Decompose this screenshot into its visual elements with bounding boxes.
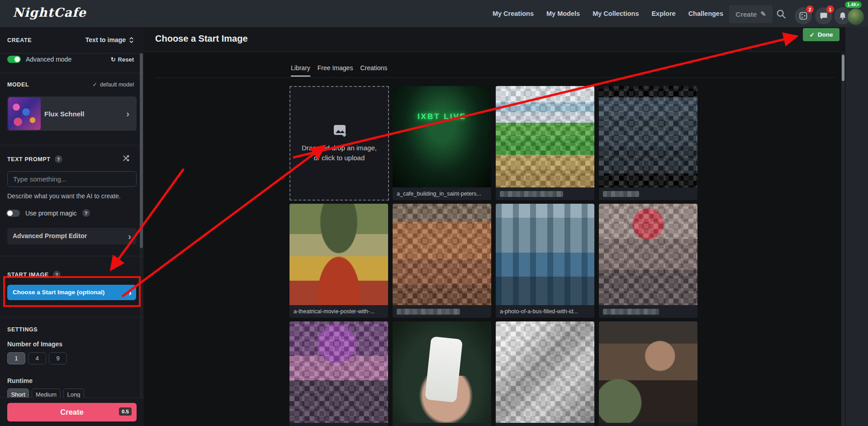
image-plus-icon [332,122,348,139]
tile-image [393,321,491,423]
nav-my-models[interactable]: My Models [546,10,580,17]
modal-title: Choose a Start Image [155,34,248,44]
tile-image [393,204,491,305]
search-icon[interactable] [776,9,786,19]
check-icon: ✓ [92,81,97,88]
tile-caption: a-photo-of-a-bus-filled-with-id... [496,305,594,318]
tile-image [599,204,697,305]
model-name: Flux Schnell [44,110,84,118]
chat-icon[interactable]: 1 [815,7,832,24]
library-tile[interactable]: MAZ5000-1-i... [496,321,594,426]
reset-icon: ↻ [111,56,116,63]
tile-caption-censored [496,187,594,200]
tile-image [599,86,697,187]
upload-text-line2: or click to upload [290,154,388,162]
runtime-label: Runtime [7,377,33,384]
annotation-highlight-box [3,276,141,307]
tile-image: IXBT LIVE [393,86,491,187]
nav-challenges[interactable]: Challenges [688,10,723,17]
settings-section-label: SETTINGS [7,326,38,333]
advanced-prompt-editor-button[interactable]: Advanced Prompt Editor › [7,228,137,244]
tile-caption: ...eating-police-photo-of... [599,423,697,426]
text-prompt-label: TEXT PROMPT [7,156,51,163]
num-images-4[interactable]: 4 [28,352,46,364]
create-button[interactable]: Create 0.5 [7,403,137,421]
right-rail: 1 ⚙ [845,27,868,426]
number-of-images-label: Number of Images [7,340,62,348]
check-icon: ✓ [809,31,814,38]
tile-caption-censored [393,305,491,318]
library-tile[interactable] [496,86,594,200]
done-button[interactable]: ✓ Done [803,28,840,41]
advanced-mode-label: Advanced mode [26,56,71,63]
divider [0,72,144,73]
model-section-label: MODEL [7,81,29,88]
scrollbar-thumb[interactable] [842,55,844,81]
advanced-mode-row: Advanced mode [7,56,71,63]
chevron-right-icon: › [126,109,129,118]
sidebar-scrollbar[interactable] [140,53,143,397]
prompt-input[interactable] [7,171,137,187]
library-tile[interactable] [599,204,697,318]
tile-caption: a-theatrical-movie-poster-with-... [289,305,388,318]
panel-title: CREATE [7,37,32,43]
tile-image [496,321,594,423]
tile-caption: ...logical-0-0... [393,423,491,426]
library-tile[interactable]: a-theatrical-movie-poster-with-... [289,204,388,318]
library-tile[interactable]: a-photo-of-a-bus-filled-with-id... [496,204,594,318]
pencil-icon: ✎ [760,10,766,18]
prompt-magic-toggle[interactable] [6,210,20,217]
modal-header: Choose a Start Image [144,27,845,52]
nav-explore[interactable]: Explore [651,10,675,17]
library-tile[interactable]: IXBT LIVE a_cafe_building_in_saint-peter… [393,86,491,200]
nightcafe-logo[interactable]: NightCafe [13,5,86,19]
help-icon[interactable]: ? [55,155,62,163]
library-tile[interactable] [393,204,491,318]
chevron-right-icon: › [128,232,131,241]
tile-caption: Music-Pixie-Pop...-Girl-Studi... [289,423,388,426]
main-scrollbar[interactable] [841,53,845,426]
model-thumbnail [8,97,41,130]
scrollbar-thumb[interactable] [140,53,143,248]
shuffle-icon[interactable] [123,154,130,162]
create-sidebar: CREATE Text to image Advanced mode ↻ Res… [0,27,144,426]
tab-free-images[interactable]: Free Images [318,64,353,77]
model-card[interactable]: Flux Schnell › [7,96,137,131]
divider [0,145,144,145]
text-prompt-header: TEXT PROMPT ? [7,155,62,163]
divider [155,77,835,78]
chat-badge: 1 [826,5,834,13]
num-images-9[interactable]: 9 [49,352,67,364]
tab-creations[interactable]: Creations [360,64,387,77]
prompt-help-text: Describe what you want the AI to create. [7,192,121,200]
credit-cost-badge: 0.5 [119,407,132,416]
model-default-note: ✓ default model [92,81,134,88]
tile-image [289,204,388,305]
nav-links: My Creations My Models My Collections Ex… [493,0,723,27]
reset-button[interactable]: ↻ Reset [111,56,134,63]
library-tile[interactable]: ...eating-police-photo-of... [599,321,697,426]
tile-image [496,86,594,187]
mode-selector[interactable]: Text to image [85,36,134,43]
avatar[interactable] [848,9,864,25]
nav-my-collections[interactable]: My Collections [593,10,639,17]
create-bar: Create 0.5 [0,397,144,426]
nav-my-creations[interactable]: My Creations [493,10,534,17]
tab-library[interactable]: Library [291,64,310,77]
advanced-mode-toggle[interactable] [7,56,21,63]
tile-image [496,204,594,305]
nav-create-button[interactable]: Create ✎ [729,5,773,23]
tile-caption: a_cafe_building_in_saint-peters... [393,187,491,200]
help-icon[interactable]: ? [82,209,90,217]
tile-image [289,321,388,423]
library-tile[interactable] [599,86,697,200]
library-tile[interactable]: ...logical-0-0... [393,321,491,426]
tile-image [599,321,697,423]
dice-icon[interactable]: 2 [795,7,812,24]
library-tile[interactable]: Music-Pixie-Pop...-Girl-Studi... [289,321,388,426]
num-images-1[interactable]: 1 [7,352,25,364]
avatar-badge: 1.4K+ [845,1,862,8]
tile-caption-censored [599,305,697,318]
upload-dropzone[interactable]: Drag and drop an image, or click to uplo… [289,86,389,201]
upload-text-line1: Drag and drop an image, [290,144,388,152]
